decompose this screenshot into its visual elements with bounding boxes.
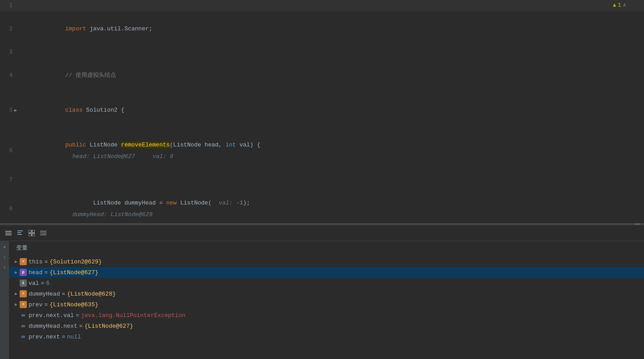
var-row-prev-next-val[interactable]: ▶ ∞ prev.next.val = java.lang.NullPointe… bbox=[9, 310, 644, 321]
debug-toolbar bbox=[0, 225, 644, 241]
ide-container: ▲ 1 ∧ 1 2 import java.util.Scanner; bbox=[0, 0, 644, 359]
var-type-icon-this: ≡ bbox=[20, 258, 27, 265]
var-key-val: val bbox=[29, 280, 39, 287]
var-row-dummyhead-next[interactable]: ▶ ∞ dummyHead.next = {ListNode@627} bbox=[9, 321, 644, 331]
var-key-pn: prev.next bbox=[29, 334, 60, 340]
svg-rect-11 bbox=[42, 233, 46, 234]
debug-btn-1[interactable] bbox=[4, 228, 13, 238]
line-gutter-6: 6 bbox=[0, 148, 27, 154]
add-watch-button[interactable]: + bbox=[0, 243, 8, 251]
var-key-prev: prev bbox=[29, 301, 42, 308]
svg-rect-10 bbox=[40, 231, 46, 232]
line-gutter-1: 1 bbox=[0, 3, 27, 9]
code-line: 2 import java.util.Scanner; bbox=[0, 12, 644, 46]
debug-left-bar: + ↑ ↓ bbox=[0, 241, 9, 359]
code-content-8: ListNode dummyHead = new ListNode(val: -… bbox=[27, 186, 644, 223]
var-key-dummyhead: dummyHead bbox=[29, 291, 60, 297]
var-type-icon-pn: ∞ bbox=[20, 333, 27, 340]
var-value-val: 6 bbox=[46, 280, 50, 287]
svg-rect-12 bbox=[40, 234, 46, 235]
var-value-prev: {ListNode@635} bbox=[50, 301, 98, 308]
svg-rect-2 bbox=[5, 234, 12, 235]
var-key-this: this bbox=[29, 259, 42, 265]
svg-rect-7 bbox=[32, 230, 35, 233]
var-key-head: head bbox=[29, 269, 42, 276]
var-value-dhn: {ListNode@627} bbox=[84, 323, 133, 330]
var-row-this[interactable]: ▶ ≡ this = {Solution2@629} bbox=[9, 256, 644, 267]
svg-rect-0 bbox=[5, 231, 12, 232]
debug-variables-list[interactable]: ▶ ≡ this = {Solution2@629} ▶ p head = {L… bbox=[9, 255, 644, 359]
line-gutter-7: 7 bbox=[0, 177, 27, 183]
svg-rect-4 bbox=[17, 232, 21, 233]
debug-btn-2[interactable] bbox=[15, 228, 25, 238]
up-button[interactable]: ↑ bbox=[0, 253, 8, 261]
code-line: 3 bbox=[0, 46, 644, 58]
svg-rect-3 bbox=[17, 230, 23, 231]
code-content-6: public ListNode removeElements(ListNode … bbox=[27, 128, 644, 174]
svg-rect-8 bbox=[29, 234, 31, 236]
svg-rect-6 bbox=[29, 230, 31, 233]
var-value-head: {ListNode@627} bbox=[50, 269, 98, 276]
svg-marker-13 bbox=[40, 232, 42, 234]
var-type-icon-head: p bbox=[20, 269, 27, 276]
expand-arrow-prev[interactable]: ▶ bbox=[13, 302, 20, 307]
var-row-dummyhead[interactable]: ▶ ≡ dummyHead = {ListNode@628} bbox=[9, 288, 644, 299]
var-row-prev[interactable]: ▶ ≡ prev = {ListNode@635} bbox=[9, 299, 644, 310]
line-gutter-3: 3 bbox=[0, 49, 27, 55]
var-value-dummyhead: {ListNode@628} bbox=[67, 291, 116, 297]
debug-panel: + ↑ ↓ 变量 ▶ ≡ this = {Solution2 bbox=[0, 225, 644, 359]
svg-rect-1 bbox=[5, 233, 12, 234]
code-content-2: import java.util.Scanner; bbox=[27, 12, 644, 46]
code-line: 7 bbox=[0, 174, 644, 186]
var-type-icon-val: i bbox=[20, 280, 27, 287]
expand-arrow-dummyhead[interactable]: ▶ bbox=[13, 291, 20, 296]
var-type-icon-dhn: ∞ bbox=[20, 322, 27, 330]
debug-btn-3[interactable] bbox=[27, 228, 37, 238]
svg-rect-5 bbox=[17, 234, 22, 235]
debug-content: + ↑ ↓ 变量 ▶ ≡ this = {Solution2 bbox=[0, 241, 644, 359]
line-gutter-5: 5 ▶ bbox=[0, 107, 27, 113]
var-row-head[interactable]: ▶ p head = {ListNode@627} bbox=[9, 267, 644, 278]
svg-rect-9 bbox=[32, 234, 35, 236]
code-lines: 1 2 import java.util.Scanner; 3 bbox=[0, 0, 644, 223]
code-content-5: class Solution2 { bbox=[27, 93, 644, 128]
variables-section-title: 变量 bbox=[9, 241, 644, 255]
code-line: 8 ListNode dummyHead = new ListNode(val:… bbox=[0, 186, 644, 223]
var-row-prev-next[interactable]: ▶ ∞ prev.next = null bbox=[9, 331, 644, 342]
code-line: 5 ▶ class Solution2 { bbox=[0, 93, 644, 128]
var-value-pn: null bbox=[67, 334, 81, 340]
code-line: 6 public ListNode removeElements(ListNod… bbox=[0, 128, 644, 174]
var-type-icon-prev: ≡ bbox=[20, 301, 27, 308]
var-row-val[interactable]: ▶ i val = 6 bbox=[9, 278, 644, 288]
code-line: 1 bbox=[0, 0, 644, 12]
expand-arrow-this[interactable]: ▶ bbox=[13, 259, 20, 264]
code-content-4: // 使用虚拟头结点 bbox=[27, 58, 644, 93]
debug-main: 变量 ▶ ≡ this = {Solution2@629} ▶ bbox=[9, 241, 644, 359]
expand-arrow-head[interactable]: ▶ bbox=[13, 270, 20, 275]
var-value-pnv: java.lang.NullPointerException bbox=[81, 312, 185, 319]
run-icon[interactable]: ▶ bbox=[14, 108, 17, 113]
var-type-icon-dummyhead: ≡ bbox=[20, 290, 27, 297]
var-type-icon-pnv: ∞ bbox=[20, 312, 27, 319]
var-key-pnv: prev.next.val bbox=[29, 312, 74, 319]
code-line: 4 // 使用虚拟头结点 bbox=[0, 58, 644, 93]
var-key-dhn: dummyHead.next bbox=[29, 323, 77, 330]
debug-btn-4[interactable] bbox=[38, 228, 48, 238]
line-gutter-8: 8 bbox=[0, 206, 27, 212]
down-button[interactable]: ↓ bbox=[0, 263, 8, 271]
var-value-this: {Solution2@629} bbox=[50, 259, 102, 265]
code-editor: ▲ 1 ∧ 1 2 import java.util.Scanner; bbox=[0, 0, 644, 223]
line-gutter-2: 2 bbox=[0, 26, 27, 32]
line-gutter-4: 4 bbox=[0, 72, 27, 79]
